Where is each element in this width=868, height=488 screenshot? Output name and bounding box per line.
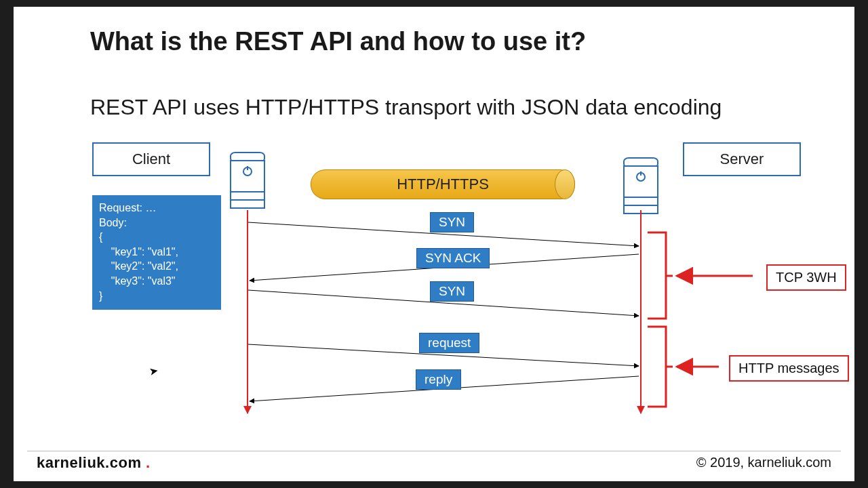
transport-pipe: HTTP/HTTPS bbox=[311, 169, 575, 199]
slide: What is the REST API and how to use it? … bbox=[14, 7, 854, 481]
footer-brand-text: karneliuk.com bbox=[37, 454, 141, 471]
client-host-icon bbox=[230, 152, 265, 209]
server-host-icon bbox=[623, 157, 658, 214]
slide-subtitle: REST API uses HTTP/HTTPS transport with … bbox=[90, 95, 722, 120]
footer-copyright: © 2019, karneliuk.com bbox=[696, 455, 831, 470]
msg-syn-1: SYN bbox=[430, 212, 474, 232]
annotation-http-messages: HTTP messages bbox=[729, 355, 849, 382]
mouse-cursor-icon: ➤ bbox=[148, 364, 159, 378]
annotation-tcp-3wh: TCP 3WH bbox=[766, 264, 846, 291]
server-label-box: Server bbox=[683, 142, 801, 176]
slide-title: What is the REST API and how to use it? bbox=[90, 27, 586, 56]
transport-pipe-label: HTTP/HTTPS bbox=[397, 176, 489, 193]
client-lifeline bbox=[247, 210, 248, 413]
server-lifeline bbox=[640, 210, 642, 413]
msg-reply: reply bbox=[416, 369, 461, 390]
footer-divider bbox=[27, 451, 841, 451]
request-body-code: Request: … Body: { "key1": "val1", "key2… bbox=[92, 195, 221, 310]
pipe-end-cap bbox=[555, 169, 575, 199]
client-label-box: Client bbox=[92, 142, 210, 176]
msg-syn-2: SYN bbox=[430, 281, 474, 302]
footer-brand: karneliuk.com . bbox=[37, 454, 151, 472]
msg-syn-ack: SYN ACK bbox=[416, 248, 490, 268]
footer-brand-dot: . bbox=[141, 454, 150, 471]
msg-request: request bbox=[419, 333, 479, 353]
